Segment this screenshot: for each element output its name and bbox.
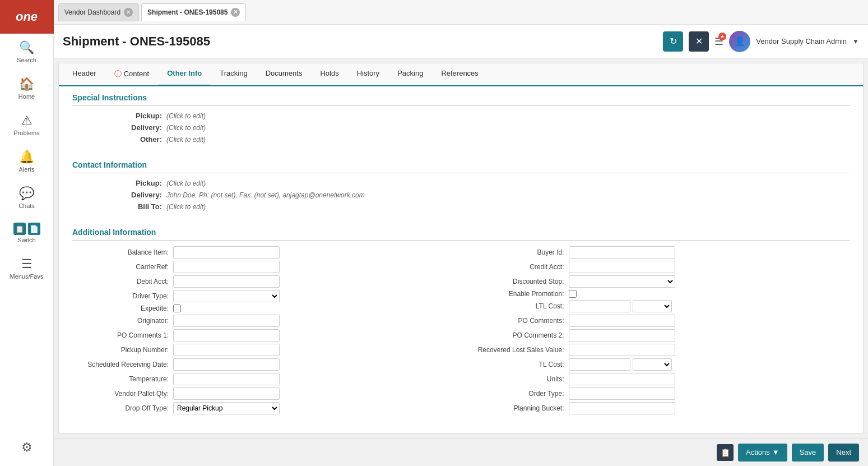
chats-icon: 💬 (19, 186, 34, 201)
pickup-value[interactable]: (Click to edit) (166, 112, 206, 120)
tl-cost-unit-select[interactable]: USDEUR (633, 358, 672, 371)
content-area: Header ⓘContent Other Info Tracking Docu… (58, 63, 864, 433)
carrier-ref-label: CarrierRef: (72, 263, 173, 271)
tab-packing[interactable]: Packing (388, 63, 432, 86)
driver-type-row: Driver Type: Type AType B (72, 290, 454, 302)
originator-input[interactable] (173, 315, 280, 327)
delivery-contact-value[interactable]: John Doe, Ph: (not set), Fax: (not set),… (166, 191, 365, 199)
credit-acct-input[interactable] (569, 261, 675, 273)
po-comments-2-input[interactable] (569, 329, 675, 342)
pickup-instruction-row: Pickup: (Click to edit) (72, 112, 850, 120)
sidebar-item-menus[interactable]: ☰ Menus/Favs (0, 250, 53, 287)
planning-bucket-input[interactable] (569, 402, 675, 414)
ltl-cost-unit-select[interactable]: USDEUR (633, 300, 672, 312)
drop-off-type-select[interactable]: Regular PickupDrop OffOther (173, 402, 280, 414)
app-logo[interactable]: one (0, 0, 54, 34)
recovered-lost-input[interactable] (569, 344, 675, 356)
next-button[interactable]: Next (828, 444, 859, 462)
buyer-id-row: Buyer Id: (468, 246, 850, 259)
po-comments-1-input[interactable] (173, 329, 280, 342)
po-comments-input[interactable] (569, 315, 675, 327)
refresh-button[interactable]: ↻ (663, 31, 683, 52)
tab-header[interactable]: Header (63, 63, 105, 86)
sidebar-label-problems: Problems (13, 130, 39, 136)
sidebar-item-search[interactable]: 🔍 Search (0, 34, 53, 70)
planning-bucket-label: Planning Bucket: (468, 404, 569, 412)
sidebar-item-switch[interactable]: 📋 📄 Switch (0, 216, 53, 250)
po-comments-1-row: PO Comments 1: (72, 329, 454, 342)
enable-promotion-row: Enable Promotion: (468, 290, 850, 298)
switch-icons: 📋 📄 (13, 223, 40, 235)
sidebar-item-settings[interactable]: ⚙ (0, 433, 53, 462)
additional-information-title: Additional Information (72, 228, 850, 241)
user-dropdown-arrow[interactable]: ▼ (852, 38, 859, 45)
debit-acct-row: Debit Acct: (72, 275, 454, 288)
right-column: Buyer Id: Credit Acct: Discounted Stop: … (468, 246, 850, 417)
tab-tracking[interactable]: Tracking (211, 63, 256, 86)
sidebar-item-chats[interactable]: 💬 Chats (0, 179, 53, 216)
ltl-cost-input[interactable] (569, 300, 630, 312)
save-button[interactable]: Save (792, 444, 824, 462)
special-instructions-section: Special Instructions Pickup: (Click to e… (59, 86, 863, 154)
menu-icon-button[interactable]: ☰ ★ (714, 35, 723, 48)
discounted-stop-select[interactable]: YesNo (569, 275, 675, 288)
sidebar-item-alerts[interactable]: 🔔 Alerts (0, 143, 53, 179)
pickup-contact-value[interactable]: (Click to edit) (166, 179, 206, 187)
units-input[interactable] (569, 373, 675, 385)
tl-cost-input[interactable] (569, 358, 630, 371)
switch-icon-2: 📄 (28, 223, 40, 235)
additional-info-grid: Balance Item: CarrierRef: Debit Acct: Dr… (72, 246, 850, 417)
order-type-label: Order Type: (468, 390, 569, 398)
browser-tab-shipment[interactable]: Shipment - ONES-195085 ✕ (141, 3, 246, 21)
expedite-checkbox[interactable] (173, 304, 181, 312)
expedite-label: Expedite: (72, 304, 173, 312)
pickup-label: Pickup: (117, 112, 162, 120)
originator-row: Originator: (72, 315, 454, 327)
tab-content[interactable]: ⓘContent (105, 63, 159, 86)
actions-button[interactable]: Actions ▼ (738, 444, 787, 462)
browser-tab-vendor-close[interactable]: ✕ (124, 8, 133, 17)
tab-documents[interactable]: Documents (257, 63, 312, 86)
sidebar-label-switch: Switch (17, 237, 35, 243)
browser-tab-shipment-label: Shipment - ONES-195085 (147, 8, 228, 16)
order-type-input[interactable] (569, 387, 675, 400)
vendor-pallet-qty-label: Vendor Pallet Qty: (72, 390, 173, 398)
buyer-id-input[interactable] (569, 246, 675, 259)
sidebar-item-problems[interactable]: ⚠ Problems (0, 107, 53, 143)
tab-references[interactable]: References (432, 63, 487, 86)
settings-icon: ⚙ (21, 440, 33, 455)
tab-other-info[interactable]: Other Info (158, 63, 211, 86)
vendor-pallet-qty-input[interactable] (173, 387, 280, 400)
special-instructions-title: Special Instructions (72, 93, 850, 106)
other-si-value[interactable]: (Click to edit) (166, 136, 206, 144)
pickup-number-label: Pickup Number: (72, 346, 173, 354)
enable-promotion-checkbox[interactable] (569, 290, 577, 298)
browser-tabbar: Vendor Dashboard ✕ Shipment - ONES-19508… (54, 0, 868, 25)
bill-to-value[interactable]: (Click to edit) (166, 203, 206, 211)
pickup-number-input[interactable] (173, 344, 280, 356)
scheduled-receiving-date-input[interactable] (173, 358, 280, 371)
close-button[interactable]: ✕ (689, 31, 709, 52)
browser-tab-vendor-label: Vendor Dashboard (64, 8, 120, 16)
browser-tab-vendor-dashboard[interactable]: Vendor Dashboard ✕ (58, 3, 139, 21)
temperature-input[interactable] (173, 373, 280, 385)
pickup-contact-label: Pickup: (117, 179, 162, 187)
switch-icon-1: 📋 (13, 223, 26, 235)
balance-item-input[interactable] (173, 246, 280, 259)
bottom-bar: 📋 Actions ▼ Save Next (54, 438, 868, 466)
tab-holds[interactable]: Holds (311, 63, 347, 86)
driver-type-select[interactable]: Type AType B (173, 290, 280, 302)
tab-history[interactable]: History (348, 63, 388, 86)
sidebar-item-home[interactable]: 🏠 Home (0, 70, 53, 107)
browser-tab-shipment-close[interactable]: ✕ (231, 8, 240, 17)
credit-acct-label: Credit Acct: (468, 263, 569, 271)
delivery-si-value[interactable]: (Click to edit) (166, 124, 206, 132)
user-name: Vendor Supply Chain Admin (756, 37, 847, 45)
pickup-number-row: Pickup Number: (72, 344, 454, 356)
recovered-lost-label: Recovered Lost Sales Value: (468, 346, 569, 354)
debit-acct-input[interactable] (173, 275, 280, 288)
carrier-ref-input[interactable] (173, 261, 280, 273)
delivery-contact-label: Delivery: (117, 191, 162, 199)
copy-icon-button[interactable]: 📋 (717, 444, 734, 461)
additional-information-section: Additional Information Balance Item: Car… (59, 221, 863, 423)
